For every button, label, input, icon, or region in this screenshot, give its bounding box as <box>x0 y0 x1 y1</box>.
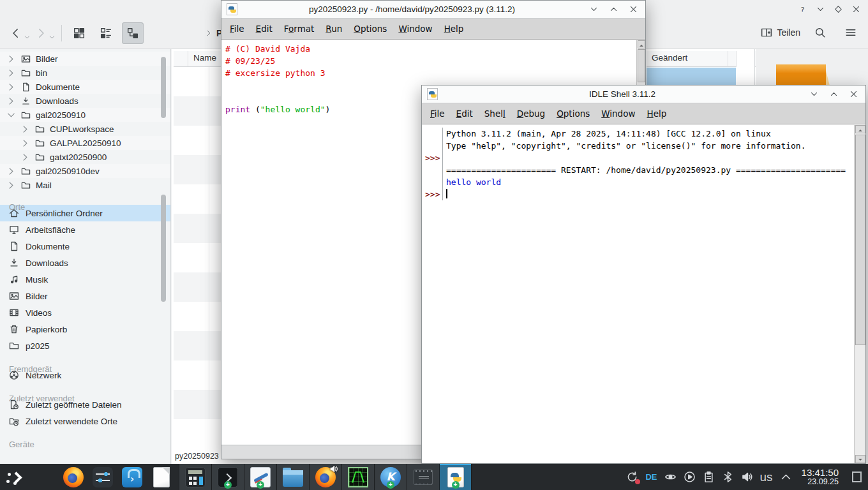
forward-history-caret-icon[interactable] <box>49 34 55 40</box>
chevron-down-icon[interactable] <box>6 110 16 120</box>
menu-debug[interactable]: Debug <box>511 108 551 119</box>
expander-column-header[interactable] <box>174 51 188 66</box>
maximize-button[interactable] <box>827 87 841 101</box>
search-button[interactable] <box>809 22 831 43</box>
chevron-right-icon[interactable] <box>6 68 16 78</box>
minimize-button[interactable] <box>807 87 821 101</box>
chevron-right-icon[interactable] <box>6 54 16 64</box>
audio-indicator-icon[interactable] <box>329 464 338 473</box>
file-row[interactable] <box>174 302 221 331</box>
launcher-app-launcher[interactable] <box>0 464 29 490</box>
file-row[interactable] <box>174 272 221 302</box>
task-chip[interactable] <box>407 464 439 490</box>
file-row[interactable] <box>174 360 221 390</box>
split-view-button[interactable]: Teilen <box>761 27 800 38</box>
place-item-videos[interactable]: Videos <box>0 304 170 321</box>
modified-column-header[interactable]: Geändert <box>647 51 728 67</box>
tray-media-player[interactable] <box>684 471 696 483</box>
place-item-downloads[interactable]: Downloads <box>0 255 170 271</box>
file-row[interactable] <box>174 243 221 272</box>
editor-titlebar[interactable]: py20250923.py - /home/david/py20250923.p… <box>221 1 645 19</box>
shell-scrollbar[interactable] <box>854 125 865 463</box>
minimize-button[interactable] <box>813 2 827 16</box>
menu-options[interactable]: Options <box>348 24 393 34</box>
tree-item-bilder[interactable]: Bilder <box>0 52 170 66</box>
file-row[interactable] <box>174 331 221 360</box>
menu-edit[interactable]: Edit <box>451 108 479 119</box>
place-item-pers-nlicher-ordner[interactable]: Persönlicher Ordner <box>0 205 170 221</box>
menu-run[interactable]: Run <box>320 24 348 34</box>
menu-help[interactable]: Help <box>438 24 470 34</box>
tray-volume[interactable] <box>741 471 753 483</box>
launcher-firefox[interactable] <box>59 464 88 490</box>
place-item-p2025[interactable]: p2025 <box>0 338 170 354</box>
tray-update-notifier[interactable] <box>626 471 638 483</box>
file-row[interactable] <box>174 96 221 126</box>
menu-edit[interactable]: Edit <box>250 24 278 34</box>
chevron-right-icon[interactable] <box>20 138 30 148</box>
tree-view-button[interactable] <box>122 22 144 44</box>
tray-keyboard-layout-us[interactable]: us <box>760 470 773 484</box>
task-blue-k[interactable]: + <box>374 464 407 490</box>
close-button[interactable] <box>846 87 860 101</box>
menu-file[interactable]: File <box>224 24 250 34</box>
menu-format[interactable]: Format <box>278 24 320 34</box>
tree-item-gal20250910dev[interactable]: gal20250910dev <box>0 164 170 178</box>
help-button[interactable]: ? <box>795 2 809 16</box>
place-item-arbeitsfl-che[interactable]: Arbeitsfläche <box>0 221 170 238</box>
maximize-button[interactable] <box>831 2 845 16</box>
tray-keyboard-layout-de[interactable]: DE <box>645 472 657 482</box>
task-konsole[interactable]: + <box>211 464 244 490</box>
place-item-zuletzt-verwendete-orte[interactable]: Zuletzt verwendete Orte <box>0 413 170 429</box>
chevron-right-icon[interactable] <box>20 152 30 162</box>
details-view-button[interactable] <box>95 22 117 44</box>
place-item-musik[interactable]: Musik <box>0 271 170 288</box>
tray-bluetooth[interactable] <box>722 471 734 483</box>
chevron-right-icon[interactable] <box>20 124 30 134</box>
chevron-right-icon[interactable] <box>6 167 16 176</box>
tree-item-gatxt20250900[interactable]: gatxt20250900 <box>0 150 170 164</box>
file-row[interactable] <box>174 155 221 184</box>
tray-clipboard[interactable] <box>703 471 715 483</box>
file-row[interactable] <box>174 214 221 243</box>
forward-button[interactable] <box>30 22 52 44</box>
tree-item-galpal20250910[interactable]: GALPAL20250910 <box>0 136 170 150</box>
hamburger-menu-button[interactable] <box>840 22 862 43</box>
menu-options[interactable]: Options <box>551 108 595 119</box>
maximize-button[interactable] <box>606 3 620 17</box>
launcher-discover[interactable] <box>117 464 147 490</box>
chevron-right-icon[interactable] <box>6 181 16 190</box>
launcher-system-settings[interactable] <box>88 464 117 490</box>
scroll-up-arrow[interactable] <box>855 125 865 133</box>
task-calculator[interactable] <box>179 464 211 490</box>
file-row[interactable] <box>174 419 221 449</box>
tree-item-gal20250910[interactable]: gal20250910 <box>0 108 170 122</box>
launcher-text-document[interactable] <box>147 464 176 490</box>
tree-item-bin[interactable]: bin <box>0 66 170 80</box>
menu-file[interactable]: File <box>424 108 451 119</box>
place-item-bilder[interactable]: Bilder <box>0 288 170 304</box>
file-row[interactable] <box>174 184 221 214</box>
task-idle[interactable]: + <box>439 464 472 490</box>
minimize-button[interactable] <box>587 3 601 17</box>
icons-view-button[interactable] <box>68 22 90 44</box>
file-row[interactable] <box>174 67 221 96</box>
tray-tray-expander[interactable] <box>780 471 792 483</box>
tree-item-mail[interactable]: Mail <box>0 178 170 192</box>
menu-window[interactable]: Window <box>393 24 438 34</box>
back-history-caret-icon[interactable] <box>24 34 30 40</box>
menu-help[interactable]: Help <box>641 108 673 119</box>
task-pen-document[interactable]: + <box>244 464 276 490</box>
launcher-tor-browser[interactable] <box>29 464 59 490</box>
place-item-papierkorb[interactable]: Papierkorb <box>0 321 170 338</box>
back-button[interactable] <box>5 22 27 44</box>
scrollbar-thumb[interactable] <box>855 135 865 345</box>
tray-eye-applet[interactable] <box>664 471 677 483</box>
shell-output-area[interactable]: Python 3.11.2 (main, Apr 28 2025, 14:11:… <box>422 125 854 463</box>
chevron-right-icon[interactable] <box>6 96 16 106</box>
shell-titlebar[interactable]: IDLE Shell 3.11.2 <box>422 85 865 103</box>
chevron-right-icon[interactable] <box>6 82 16 92</box>
menu-shell[interactable]: Shell <box>479 108 511 119</box>
tree-item-downloads[interactable]: Downloads <box>0 94 170 108</box>
close-button[interactable] <box>849 2 863 16</box>
